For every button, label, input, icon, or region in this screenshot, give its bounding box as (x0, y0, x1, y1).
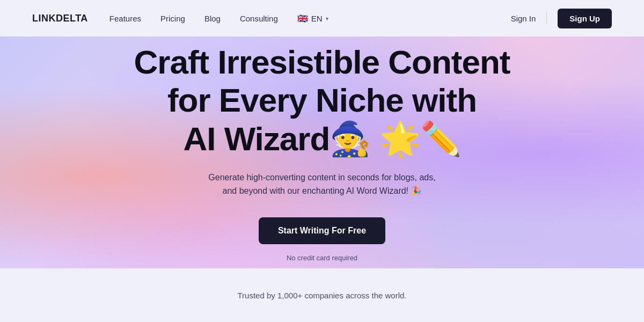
navbar: LINKDELTA Features Pricing Blog Consulti… (0, 0, 644, 36)
nav-links: Features Pricing Blog Consulting 🇬🇧 EN ▾ (109, 13, 328, 24)
sign-in-button[interactable]: Sign In (511, 14, 536, 23)
hero-subtitle-line2: and beyond with our enchanting AI Word W… (222, 186, 421, 195)
logo: LINKDELTA (32, 13, 88, 24)
nav-link-consulting[interactable]: Consulting (240, 14, 278, 23)
hero-title: Craft Irresistible Content for Every Nic… (134, 43, 510, 158)
cta-container: Start Writing For Free No credit card re… (134, 217, 510, 262)
hero-subtitle: Generate high-converting content in seco… (134, 171, 510, 198)
chevron-down-icon: ▾ (326, 16, 328, 21)
trust-section: Trusted by 1,000+ companies across the w… (0, 268, 644, 322)
hero-title-line3: AI Wizard🧙 🌟✏️ (183, 120, 460, 157)
navbar-right: Sign In Sign Up (511, 9, 612, 28)
no-credit-label: No credit card required (134, 254, 510, 262)
hero-title-line1: Craft Irresistible Content (134, 43, 510, 80)
trust-text: Trusted by 1,000+ companies across the w… (237, 291, 406, 300)
nav-link-pricing[interactable]: Pricing (160, 14, 185, 23)
lang-code: EN (311, 14, 323, 23)
cta-button[interactable]: Start Writing For Free (259, 217, 385, 244)
hero-section: Craft Irresistible Content for Every Nic… (0, 36, 644, 268)
nav-link-blog[interactable]: Blog (204, 14, 221, 23)
sign-up-button[interactable]: Sign Up (558, 9, 612, 28)
hero-content: Craft Irresistible Content for Every Nic… (123, 43, 521, 262)
nav-link-features[interactable]: Features (109, 14, 141, 23)
hero-title-line2: for Every Niche with (167, 82, 477, 119)
hero-subtitle-line1: Generate high-converting content in seco… (208, 173, 435, 182)
language-selector[interactable]: 🇬🇧 EN ▾ (297, 13, 328, 24)
flag-icon: 🇬🇧 (297, 13, 308, 24)
navbar-left: LINKDELTA Features Pricing Blog Consulti… (32, 13, 328, 24)
nav-divider (546, 12, 547, 24)
